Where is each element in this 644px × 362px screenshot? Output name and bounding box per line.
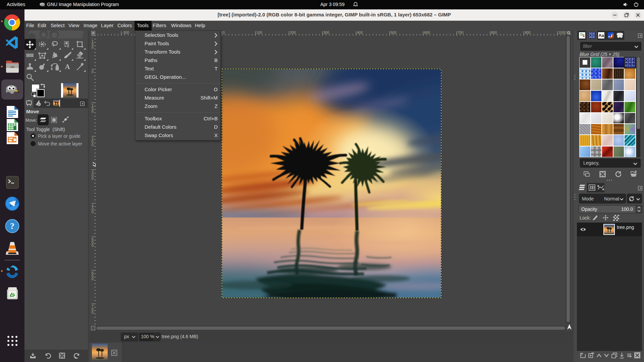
svg-text:-300: -300 xyxy=(122,31,129,35)
svg-text:0: 0 xyxy=(92,70,94,74)
svg-text:1000: 1000 xyxy=(558,31,566,35)
svg-text:0: 0 xyxy=(92,143,94,147)
svg-text:200: 200 xyxy=(290,31,296,35)
svg-text:0: 0 xyxy=(92,310,94,314)
svg-text:500: 500 xyxy=(390,31,396,35)
svg-text:300: 300 xyxy=(323,31,329,35)
svg-text:0: 0 xyxy=(92,210,94,214)
svg-text:0: 0 xyxy=(92,45,94,49)
svg-text:700: 700 xyxy=(458,31,464,35)
svg-text:900: 900 xyxy=(525,31,531,35)
svg-text:600: 600 xyxy=(424,31,430,35)
svg-text:0: 0 xyxy=(92,277,94,281)
svg-text:100: 100 xyxy=(256,31,262,35)
svg-text:0: 0 xyxy=(92,243,94,247)
svg-text:400: 400 xyxy=(357,31,363,35)
svg-text:800: 800 xyxy=(491,31,497,35)
svg-text:?: ? xyxy=(10,221,14,231)
svg-text:0: 0 xyxy=(92,109,94,113)
svg-text:0: 0 xyxy=(223,31,225,35)
svg-text:0: 0 xyxy=(92,176,94,180)
